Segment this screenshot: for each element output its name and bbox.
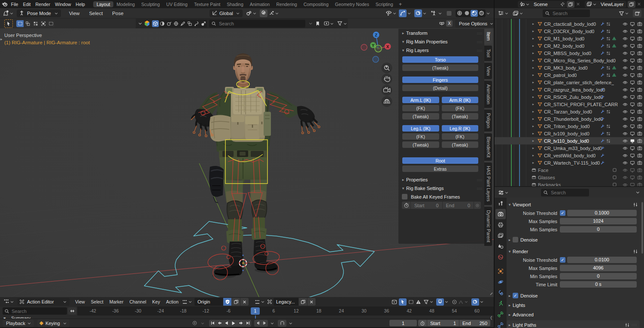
hide-viewport-icon[interactable] [630,138,635,144]
chevron-down-icon[interactable] [270,322,275,325]
rig-layer-button[interactable]: (FK) [442,105,479,111]
dopesheet-mode-dropdown[interactable]: Action Editor [17,298,70,306]
hide-render-icon[interactable] [637,65,642,71]
workspace-tab[interactable]: Modeling [113,1,138,7]
camera-view-button[interactable] [382,85,392,96]
snap-magnet-icon[interactable] [436,298,444,306]
hide-eye-icon[interactable] [623,153,628,158]
bake-start-field[interactable]: Start0 [411,202,442,209]
menu-action[interactable]: Action [163,299,182,304]
panel-rig-bake-settings[interactable]: ▾ Rig Bake Settings :::: [398,184,484,193]
hide-eye-icon[interactable] [623,168,628,173]
workspace-tab[interactable]: Shading [224,1,247,7]
hide-eye-icon[interactable] [623,21,628,27]
hide-eye-icon[interactable] [623,160,628,166]
select-subtract-icon[interactable] [32,20,39,27]
grip-icon[interactable]: :::: [477,187,483,190]
new-scene-button[interactable] [567,1,574,8]
outliner-object-row[interactable]: ▸ CR_Umka_m33_body_lod0 [495,144,644,152]
rig-layer-button[interactable]: (Detail) [402,85,478,91]
asset-hdr-icon[interactable] [173,20,179,27]
falloff-curve-icon[interactable] [458,299,464,305]
sidebar-tab[interactable]: Dynamic Parent [484,207,492,246]
hide-render-icon[interactable] [637,153,642,158]
panel-properties[interactable]: ▸ Properties :::: [398,175,484,184]
rig-layer-button[interactable]: (FK) [402,133,439,140]
perspective-toggle-button[interactable] [382,96,392,107]
chevron-down-icon[interactable] [624,12,629,15]
outliner-object-row[interactable]: ▸ CR_plate_carrier_stich_defence_ [495,79,644,86]
hide-viewport-icon[interactable] [630,51,635,56]
select-invert-icon[interactable] [39,20,47,27]
rig-layer-button[interactable]: Arm.R (IK) [442,97,479,103]
pose-options-dropdown[interactable]: Pose Options [455,20,496,28]
panel-light-paths[interactable]: ▸Light Paths :::: [507,320,640,328]
grip-icon[interactable]: :::: [477,49,483,52]
outliner-object-row[interactable]: ▸ CR_Thunderbolt_body_lod0 [495,115,644,123]
menu-file[interactable]: File [9,2,21,7]
asset-addon-icon[interactable] [200,20,207,27]
asset-model-icon[interactable] [152,20,159,27]
tab-render[interactable] [495,209,506,219]
hide-eye-icon[interactable] [623,51,628,56]
prev-keyframe-button[interactable] [216,321,223,325]
hide-viewport-icon[interactable] [630,95,635,100]
falloff-icon[interactable] [269,10,274,16]
toggle-xray-icon[interactable] [445,9,453,17]
outliner-collection-row[interactable]: Backpacks [495,181,644,186]
exclude-checkbox[interactable] [612,168,617,172]
hide-render-icon[interactable] [637,182,642,187]
grip-icon[interactable]: :::: [477,31,483,35]
chevron-down-icon[interactable] [464,300,469,303]
hide-viewport-icon[interactable] [630,109,635,114]
gizmo-neg-x[interactable] [361,44,367,50]
end-frame-field[interactable]: End250 [459,320,490,326]
panel-rig-layers[interactable]: ▾ Rig Layers :::: [398,46,484,55]
rig-layer-button[interactable]: (Tweak) [442,113,479,120]
menu-help[interactable]: Help [73,2,88,7]
workspace-tab[interactable]: Rendering [273,1,300,7]
outliner-object-row[interactable]: ▸ CR_MK3_body_lod0 [495,64,644,71]
hide-viewport-icon[interactable] [630,80,635,85]
tab-bone[interactable] [495,309,506,319]
property-value-field[interactable]: 0.0100 [567,257,637,263]
hide-eye-icon[interactable] [623,29,628,34]
shading-solid-icon[interactable] [463,10,471,17]
exclude-checkbox[interactable] [612,175,617,180]
subpanel-denoise-render[interactable]: ▸✓ Denoise [507,291,644,300]
workspace-tab[interactable]: Compositing [300,1,331,7]
hide-viewport-icon[interactable] [630,160,635,166]
tab-constraints[interactable] [495,288,506,298]
expand-arrow-icon[interactable]: ▸ [532,58,538,62]
workspace-tab[interactable]: Sculpting [138,1,163,7]
hide-eye-icon[interactable] [623,80,628,85]
presets-sliders-icon[interactable] [633,249,638,254]
rig-layer-button[interactable]: (Tweak) [402,113,439,120]
hide-render-icon[interactable] [637,29,642,34]
select-set-icon[interactable] [16,20,24,27]
hide-eye-icon[interactable] [623,36,628,41]
tab-physics[interactable] [495,277,506,287]
workspace-tab[interactable]: Layout [93,1,113,7]
expand-arrow-icon[interactable]: ▸ [532,139,538,143]
outliner-object-row[interactable]: ▸ CR_Micro_Rig_Series_Body_lod0 [495,57,644,64]
hide-eye-icon[interactable] [623,109,628,114]
hide-eye-icon[interactable] [623,87,628,92]
hide-render-icon[interactable] [637,168,642,173]
hide-render-icon[interactable] [637,124,642,129]
hide-viewport-icon[interactable] [630,168,635,173]
orientation-dropdown[interactable]: Global [210,9,243,17]
hide-eye-icon[interactable] [623,95,628,100]
expand-arrow-icon[interactable]: ▸ [532,124,538,128]
tab-object[interactable] [495,266,506,276]
menu-pose[interactable]: Pose [107,11,128,16]
chevron-down-icon[interactable] [137,21,143,25]
new-viewlayer-button[interactable] [628,1,635,8]
grip-icon[interactable]: :::: [477,40,483,44]
menu-select[interactable]: Select [84,11,107,16]
scene-selector[interactable]: Scene [518,1,566,8]
start-frame-field[interactable]: Start1 [427,320,459,326]
select-intersect-icon[interactable] [47,20,55,27]
hide-viewport-icon[interactable] [630,65,635,71]
ghost-warning-icon[interactable] [416,299,421,305]
